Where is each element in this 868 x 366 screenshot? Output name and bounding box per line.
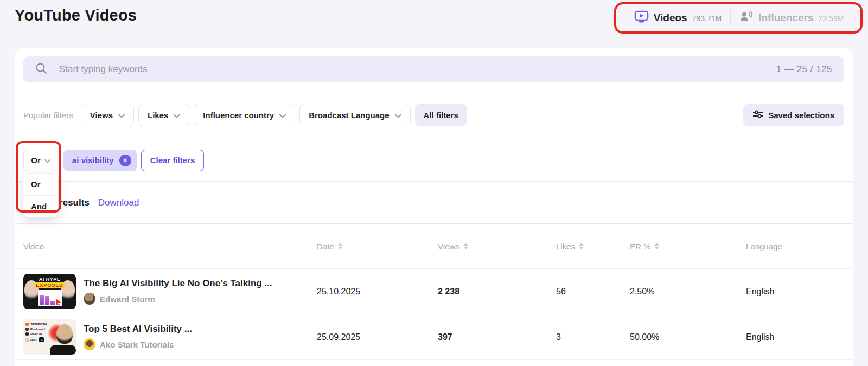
views-cell: 397 bbox=[429, 314, 547, 359]
column-label: Views bbox=[438, 242, 459, 251]
sort-icon bbox=[654, 243, 659, 249]
column-header-likes[interactable]: Likes bbox=[547, 224, 621, 268]
sort-icon bbox=[579, 243, 584, 249]
all-filters-label: All filters bbox=[424, 111, 458, 120]
search-icon bbox=[35, 62, 47, 76]
video-cell: AI HYPE EXPOSED The Big AI Visibility Li… bbox=[15, 269, 308, 314]
entity-tabs: Videos 793.71M Influencers 23.59M bbox=[616, 3, 861, 33]
saved-selections-label: Saved selections bbox=[768, 111, 834, 120]
tab-influencers-count: 23.59M bbox=[819, 14, 844, 23]
sort-icon bbox=[463, 243, 468, 249]
search-section: Start typing keywords 1 — 25 / 125 bbox=[15, 48, 853, 91]
views-cell: 2 238 bbox=[429, 269, 547, 314]
search-input[interactable]: Start typing keywords 1 — 25 / 125 bbox=[23, 56, 844, 82]
thumbnail-face bbox=[56, 324, 73, 344]
main-card: Start typing keywords 1 — 25 / 125 Popul… bbox=[15, 48, 853, 366]
date-cell: 25.10.2025 bbox=[308, 269, 429, 314]
thumbnail-logo: SEMRUSH bbox=[30, 323, 47, 326]
filter-likes-label: Likes bbox=[148, 111, 168, 120]
column-label: Language bbox=[746, 242, 782, 251]
channel-line: Ako Stark Tutorials bbox=[84, 338, 192, 350]
table-header: Video Date Views Lik bbox=[15, 224, 853, 268]
chevron-down-icon bbox=[44, 156, 50, 165]
operator-dropdown: Or Or And bbox=[23, 150, 58, 171]
channel-avatar bbox=[84, 338, 95, 350]
tab-influencers-label: Influencers bbox=[758, 12, 813, 24]
table-row[interactable]: AI HYPE EXPOSED The Big AI Visibility Li… bbox=[15, 268, 853, 314]
column-header-er[interactable]: ER % bbox=[621, 224, 737, 268]
tab-videos[interactable]: Videos 793.71M bbox=[634, 10, 722, 25]
operator-option-or[interactable]: Or bbox=[23, 174, 58, 195]
search-placeholder: Start typing keywords bbox=[59, 64, 764, 75]
close-icon[interactable]: ✕ bbox=[119, 155, 131, 166]
sort-icon bbox=[338, 243, 343, 249]
operator-option-and[interactable]: And bbox=[23, 195, 58, 217]
saved-selections-button[interactable]: Saved selections bbox=[743, 104, 844, 126]
chevron-down-icon bbox=[279, 111, 286, 120]
filter-influencer-country-label: Influencer country bbox=[203, 111, 274, 120]
likes-cell: 3 bbox=[547, 314, 621, 359]
date-cell: 25.09.2025 bbox=[308, 314, 429, 359]
video-info: Top 5 Best AI Visibility ... Ako Stark T… bbox=[84, 324, 192, 350]
channel-name[interactable]: Ako Stark Tutorials bbox=[100, 340, 174, 349]
column-label: Likes bbox=[556, 242, 575, 251]
sliders-icon bbox=[753, 110, 763, 120]
tab-divider bbox=[730, 10, 731, 25]
download-link[interactable]: Download bbox=[98, 197, 139, 208]
results-bar: 125 results Download bbox=[15, 182, 853, 223]
empty-cell bbox=[15, 360, 308, 366]
tab-videos-label: Videos bbox=[654, 12, 687, 24]
thumbnail-shirt bbox=[50, 345, 76, 355]
language-cell: English bbox=[737, 269, 853, 314]
thumbnail-text: AI HYPE bbox=[39, 277, 61, 282]
video-info: The Big AI Visibility Lie No One’s Talki… bbox=[84, 278, 272, 305]
channel-line: Edward Sturm bbox=[84, 293, 272, 305]
chevron-down-icon bbox=[395, 111, 401, 120]
channel-avatar bbox=[84, 293, 95, 305]
column-header-date[interactable]: Date bbox=[308, 224, 429, 268]
table-row[interactable]: SEMRUSH Profound Peec AI HollA Top 5 Bes… bbox=[15, 314, 853, 359]
page-title: YouTube Videos bbox=[15, 7, 137, 24]
thumbnail-logo: Peec AI bbox=[30, 332, 42, 336]
column-label: ER % bbox=[630, 242, 650, 251]
er-cell: 2.50% bbox=[621, 269, 737, 314]
keyword-chip: ai visibility ✕ bbox=[63, 150, 137, 171]
keyword-chip-label: ai visibility bbox=[72, 156, 114, 165]
column-label: Video bbox=[23, 242, 44, 251]
tab-influencers[interactable]: Influencers 23.59M bbox=[739, 10, 844, 25]
thumbnail-logo: Profound bbox=[30, 328, 45, 331]
likes-cell: 56 bbox=[547, 269, 621, 314]
channel-name[interactable]: Edward Sturm bbox=[100, 294, 155, 304]
tab-videos-count: 793.71M bbox=[692, 14, 722, 23]
chevron-down-icon bbox=[174, 111, 180, 120]
thumbnail-chart bbox=[38, 290, 62, 306]
video-title[interactable]: The Big AI Visibility Lie No One’s Talki… bbox=[84, 278, 272, 289]
filters-bar: Popular filters Views Likes Influencer c… bbox=[15, 91, 853, 139]
clear-filters-label: Clear filters bbox=[150, 156, 195, 165]
thumbnail-logo-list: SEMRUSH Profound Peec AI HollA bbox=[25, 323, 47, 342]
filter-likes[interactable]: Likes bbox=[138, 104, 189, 126]
table-row-partial bbox=[15, 359, 853, 366]
video-cell: SEMRUSH Profound Peec AI HollA Top 5 Bes… bbox=[15, 314, 308, 359]
filter-views[interactable]: Views bbox=[81, 104, 134, 126]
operator-value: Or bbox=[31, 156, 41, 165]
video-thumbnail[interactable]: SEMRUSH Profound Peec AI HollA bbox=[23, 319, 76, 355]
chevron-down-icon bbox=[118, 111, 125, 120]
operator-select[interactable]: Or bbox=[23, 150, 58, 171]
column-header-language: Language bbox=[737, 224, 853, 268]
language-cell: English bbox=[737, 314, 853, 359]
filter-broadcast-language[interactable]: Broadcast Language bbox=[299, 104, 410, 126]
filter-influencer-country[interactable]: Influencer country bbox=[194, 104, 295, 126]
video-title[interactable]: Top 5 Best AI Visibility ... bbox=[84, 324, 192, 335]
thumbnail-text: EXPOSED bbox=[34, 282, 65, 288]
empty-cell bbox=[429, 360, 547, 366]
er-cell: 50.00% bbox=[621, 314, 737, 359]
column-header-views[interactable]: Views bbox=[429, 224, 547, 268]
empty-cell bbox=[621, 360, 737, 366]
video-thumbnail[interactable]: AI HYPE EXPOSED bbox=[23, 274, 76, 309]
column-label: Date bbox=[317, 242, 334, 251]
videos-table: Video Date Views Lik bbox=[15, 223, 853, 366]
all-filters-button[interactable]: All filters bbox=[415, 104, 467, 126]
clear-filters-button[interactable]: Clear filters bbox=[141, 150, 205, 171]
pagination-range: 1 — 25 / 125 bbox=[776, 64, 832, 75]
